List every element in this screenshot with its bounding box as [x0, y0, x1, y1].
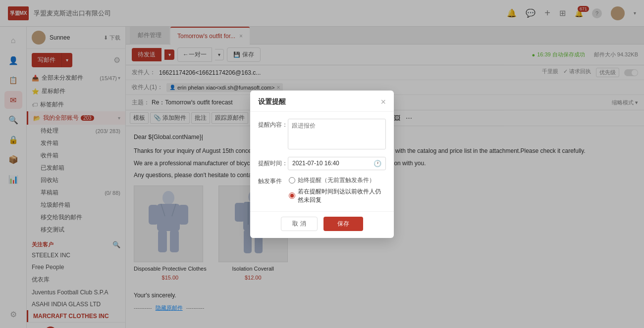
modal-textarea[interactable] [288, 119, 386, 149]
modal-time-row: 提醒时间： 2021-07-10 16:40 🕐 [258, 157, 386, 170]
modal-trigger-row: 触发事件 始终提醒（无前置触发条件） 若在提醒时间到达以前收件人仍然未回复 [258, 176, 386, 204]
modal-content-row: 提醒内容： [258, 119, 386, 151]
modal-overlay: 设置提醒 × 提醒内容： 提醒时间： 2021-07-10 16:40 🕐 [0, 0, 644, 328]
modal-content-label: 提醒内容： [258, 119, 288, 129]
modal-close-button[interactable]: × [380, 97, 386, 106]
trigger-option2[interactable]: 若在提醒时间到达以前收件人仍然未回复 [289, 187, 386, 204]
modal-trigger-options: 始终提醒（无前置触发条件） 若在提醒时间到达以前收件人仍然未回复 [289, 176, 386, 204]
modal-cancel-button[interactable]: 取 消 [281, 217, 317, 231]
modal-body: 提醒内容： 提醒时间： 2021-07-10 16:40 🕐 触发事件 [250, 112, 394, 211]
modal-save-button[interactable]: 保存 [323, 217, 363, 231]
modal-trigger-label: 触发事件 [258, 176, 287, 186]
modal-time-label: 提醒时间： [258, 159, 288, 168]
clock-icon: 🕐 [374, 160, 381, 167]
modal-datetime-input[interactable]: 2021-07-10 16:40 🕐 [288, 157, 386, 170]
modal-time-value: 2021-07-10 16:40 [292, 160, 339, 167]
modal-footer: 取 消 保存 [250, 211, 394, 238]
modal-title: 设置提醒 [258, 97, 286, 106]
trigger-option1[interactable]: 始终提醒（无前置触发条件） [289, 176, 386, 185]
modal-content-input [288, 119, 386, 151]
modal: 设置提醒 × 提醒内容： 提醒时间： 2021-07-10 16:40 🕐 [250, 91, 394, 238]
modal-header: 设置提醒 × [250, 91, 394, 112]
